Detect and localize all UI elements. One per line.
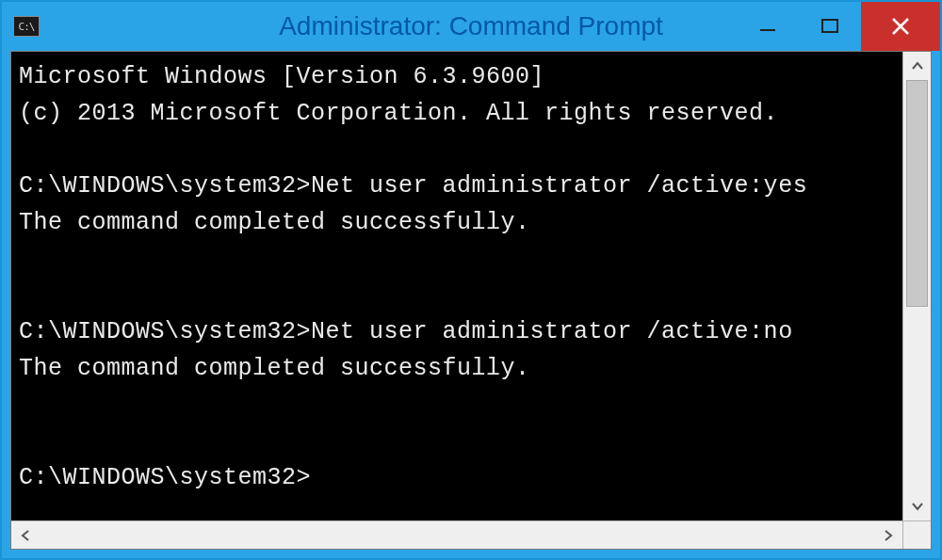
hscroll-track[interactable] bbox=[40, 521, 874, 549]
console-line: Microsoft Windows [Version 6.3.9600] bbox=[19, 59, 899, 96]
cmd-icon: C:\ bbox=[13, 16, 40, 37]
chevron-down-icon bbox=[911, 500, 924, 513]
close-button[interactable] bbox=[861, 2, 940, 51]
svg-rect-1 bbox=[822, 20, 837, 32]
maximize-button[interactable] bbox=[799, 2, 861, 51]
scroll-right-button[interactable] bbox=[874, 521, 902, 549]
titlebar-buttons bbox=[737, 2, 940, 51]
titlebar: C:\ Administrator: Command Prompt bbox=[2, 2, 940, 51]
vscroll-track[interactable] bbox=[903, 80, 931, 492]
console-line: C:\WINDOWS\system32>Net user administrat… bbox=[19, 168, 899, 205]
close-icon bbox=[888, 14, 913, 39]
minimize-icon bbox=[756, 15, 779, 38]
console-wrap: Microsoft Windows [Version 6.3.9600](c) … bbox=[11, 52, 931, 520]
console-line: C:\WINDOWS\system32> bbox=[19, 460, 899, 497]
console-line bbox=[19, 424, 899, 461]
console-line bbox=[19, 242, 899, 279]
console-output[interactable]: Microsoft Windows [Version 6.3.9600](c) … bbox=[11, 52, 902, 520]
maximize-icon bbox=[820, 16, 840, 37]
horizontal-scrollbar[interactable] bbox=[11, 520, 931, 549]
vscroll-thumb[interactable] bbox=[906, 80, 928, 307]
console-line: The command completed successfully. bbox=[19, 205, 899, 242]
console-line bbox=[19, 279, 899, 315]
chevron-up-icon bbox=[911, 59, 924, 72]
console-line: The command completed successfully. bbox=[19, 351, 899, 388]
minimize-button[interactable] bbox=[737, 2, 799, 51]
chevron-left-icon bbox=[19, 529, 32, 542]
scroll-up-button[interactable] bbox=[903, 52, 931, 80]
console-line bbox=[19, 133, 899, 169]
chevron-right-icon bbox=[882, 529, 895, 542]
console-line: C:\WINDOWS\system32>Net user administrat… bbox=[19, 314, 899, 351]
scroll-left-button[interactable] bbox=[11, 521, 40, 549]
scroll-down-button[interactable] bbox=[903, 492, 931, 520]
scroll-corner bbox=[902, 521, 931, 549]
console-line: (c) 2013 Microsoft Corporation. All righ… bbox=[19, 96, 899, 133]
console-line bbox=[19, 388, 899, 424]
vertical-scrollbar[interactable] bbox=[902, 52, 931, 520]
client-area: Microsoft Windows [Version 6.3.9600](c) … bbox=[10, 51, 932, 550]
